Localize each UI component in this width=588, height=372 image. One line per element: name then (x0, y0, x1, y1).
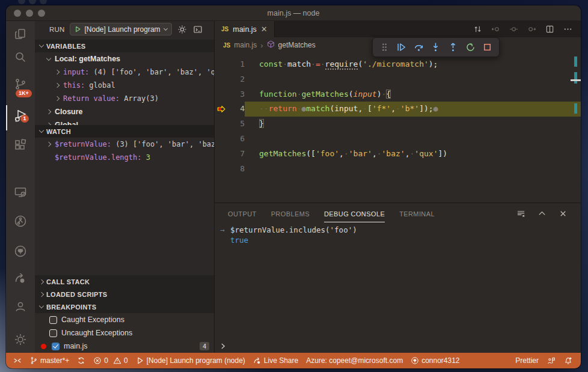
line-number: 4 (228, 102, 245, 117)
clear-console-icon[interactable] (516, 209, 525, 218)
checkbox-unchecked[interactable] (49, 329, 57, 337)
variable-row[interactable]: this: global (35, 79, 214, 92)
call-stack-section-header[interactable]: CALL STACK (35, 275, 214, 288)
gutter[interactable] (215, 87, 228, 102)
chevron-right-icon (55, 83, 60, 88)
search-icon[interactable] (13, 50, 28, 64)
window-title: main.js — node (6, 5, 581, 21)
toolbar-drag-handle[interactable] (378, 41, 391, 54)
step-out-button[interactable] (447, 41, 460, 54)
code-line[interactable]: 7getMatches(['foo',·'bar',·'baz',·'qux']… (215, 147, 581, 162)
breakpoint-row[interactable]: Uncaught Exceptions (35, 326, 214, 340)
breakpoint-gutter[interactable] (215, 102, 228, 117)
line-number: 2 (228, 72, 245, 87)
watch-header-label: WATCH (46, 128, 71, 135)
code-editor[interactable]: 1const·match·=·require('./micromatch');2… (215, 53, 581, 203)
current-line-breakpoint-icon (217, 105, 226, 114)
azure-account-status[interactable]: Azure: copeet@microsoft.com (306, 356, 403, 365)
problems-status[interactable]: 0 0 (93, 356, 127, 365)
scope-row-closure[interactable]: Closure (35, 105, 214, 118)
launch-config-dropdown[interactable]: [Node] Launch program (70, 23, 172, 35)
code-line[interactable]: 2 (215, 72, 581, 87)
github-account-status[interactable]: connor4312 (411, 356, 459, 365)
variable-row[interactable]: input: (4) ['foo', 'bar', 'baz', 'qux'] (35, 66, 214, 79)
notifications-button[interactable] (564, 356, 572, 365)
tab-terminal[interactable]: TERMINAL (399, 205, 435, 222)
gutter[interactable] (215, 132, 228, 147)
split-editor-icon[interactable] (545, 25, 554, 34)
continue-button[interactable] (395, 41, 408, 54)
tab-output[interactable]: OUTPUT (228, 205, 257, 222)
accounts-icon[interactable] (13, 299, 28, 314)
console-input-prompt[interactable] (215, 340, 581, 353)
gutter[interactable] (215, 147, 228, 162)
code-line[interactable]: 3function·getMatches(input)·{ (215, 87, 581, 102)
git-branch-status[interactable]: master*+ (29, 356, 69, 365)
feedback-button[interactable] (547, 356, 556, 365)
watch-section-header[interactable]: WATCH (35, 125, 214, 138)
timeline-session-icon[interactable] (13, 214, 28, 228)
restart-button[interactable] (464, 41, 477, 54)
live-share-icon[interactable] (13, 271, 28, 285)
tab-debug-console[interactable]: DEBUG CONSOLE (324, 205, 385, 222)
variables-section-header[interactable]: VARIABLES (35, 40, 214, 52)
checkbox-unchecked[interactable] (49, 316, 57, 324)
more-actions-icon[interactable] (563, 25, 572, 34)
gutter[interactable] (215, 117, 228, 132)
checkbox-checked[interactable] (52, 343, 60, 350)
debug-sidebar: RUN [Node] Launch program (35, 21, 214, 353)
chevron-down-icon (39, 128, 44, 133)
debug-console-body[interactable]: → $returnValue.includes('foo') true (215, 224, 581, 353)
tab-problems[interactable]: PROBLEMS (271, 205, 310, 222)
chevron-right-icon (55, 96, 60, 101)
panel-tab-bar: OUTPUT PROBLEMS DEBUG CONSOLE TERMINAL (215, 203, 581, 224)
code-line[interactable]: 8 (215, 162, 581, 177)
code-line[interactable]: 4··return·●match(input,·['f*',·'b*']);● (215, 102, 581, 117)
open-changes-icon[interactable] (473, 25, 482, 34)
breadcrumb-symbol[interactable]: getMatches (278, 41, 316, 49)
gutter[interactable] (215, 57, 228, 72)
breakpoint-row[interactable]: main.js 4 (35, 340, 214, 353)
gutter[interactable] (215, 72, 228, 87)
remote-explorer-icon[interactable] (13, 185, 28, 200)
close-panel-icon[interactable] (559, 209, 568, 218)
breakpoints-section-header[interactable]: BREAKPOINTS (35, 300, 214, 313)
watch-row[interactable]: $returnValue: (3) ['foo', 'bar', 'baz'] (35, 138, 214, 151)
source-control-badge: 1K+ (16, 90, 32, 97)
breadcrumb-file[interactable]: main.js (234, 41, 257, 49)
errors-icon (93, 356, 102, 365)
prettier-status[interactable]: Prettier (515, 356, 539, 365)
close-tab-icon[interactable]: ✕ (261, 25, 268, 33)
reverse-continue-icon[interactable] (491, 25, 500, 34)
maximize-panel-icon[interactable] (537, 209, 547, 218)
title-bar: main.js — node (6, 5, 581, 21)
code-line[interactable]: 6 (215, 132, 581, 147)
extensions-icon[interactable] (13, 138, 28, 153)
code-line[interactable]: 5} (215, 117, 581, 132)
settings-gear-icon[interactable] (13, 332, 28, 347)
tab-main-js[interactable]: JS main.js ✕ (215, 21, 275, 37)
loaded-scripts-section-header[interactable]: LOADED SCRIPTS (35, 288, 214, 300)
watch-row[interactable]: $returnValue.length: 3 (35, 151, 214, 164)
github-icon[interactable] (13, 244, 28, 258)
variable-row[interactable]: Return value: Array(3) (35, 92, 214, 105)
gutter[interactable] (215, 162, 228, 177)
feedback-icon (547, 356, 556, 365)
step-into-button[interactable] (429, 41, 443, 54)
remote-indicator[interactable] (13, 356, 22, 365)
explorer-icon[interactable] (13, 27, 28, 41)
step-over-button[interactable] (412, 41, 425, 54)
scope-row-global[interactable]: Global (35, 118, 214, 125)
launch-config-status[interactable]: [Node] Launch program (node) (136, 356, 245, 365)
chevron-down-icon (39, 303, 44, 308)
sync-status[interactable] (77, 356, 85, 365)
code-line[interactable]: 1const·match·=·require('./micromatch'); (215, 57, 581, 72)
debug-settings-gear-icon[interactable] (177, 24, 188, 35)
breakpoint-row[interactable]: Caught Exceptions (35, 313, 214, 326)
scope-row-local[interactable]: Local: getMatches (35, 52, 214, 66)
stop-button[interactable] (481, 41, 494, 54)
live-share-status[interactable]: Live Share (253, 356, 298, 365)
open-debug-console-icon[interactable] (192, 24, 203, 35)
record-icon[interactable] (509, 25, 518, 34)
continue-forward-icon[interactable] (527, 25, 536, 34)
